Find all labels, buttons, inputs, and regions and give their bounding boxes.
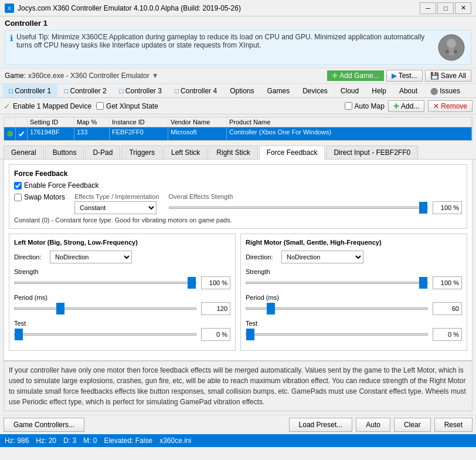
menu-devices[interactable]: Devices <box>296 84 334 97</box>
add-game-button[interactable]: ✚ Add Game... <box>327 70 383 81</box>
toolbar: ✓ Enable 1 Mapped Device Get XInput Stat… <box>0 98 476 114</box>
left-motor-title: Left Motor (Big, Strong, Low-Frequency) <box>14 239 230 246</box>
force-feedback-group: Force Feedback Enable Force Feedback Swa… <box>9 164 467 229</box>
right-strength-row: Strength 100 % <box>246 268 462 289</box>
tab-buttons[interactable]: Buttons <box>45 146 84 159</box>
menu-controller4[interactable]: □ Controller 4 <box>168 84 223 97</box>
controller-title: Controller 1 <box>5 19 471 28</box>
save-all-button[interactable]: 💾 Save All <box>425 70 471 82</box>
clear-button[interactable]: Clear <box>394 418 431 432</box>
status-m: M: 0 <box>83 437 97 445</box>
left-strength-row: Strength 100 % <box>14 268 230 289</box>
tip-text: Useful Tip: Minimize X360CE Application … <box>16 33 433 49</box>
col-product-name: Product Name <box>227 117 472 127</box>
table-row[interactable]: 176194BF 133 FEBF2FF0 Microsoft Controll… <box>4 127 472 140</box>
cell-product-name: Controller (Xbox One For Windows) <box>227 127 472 140</box>
right-strength-value[interactable]: 100 % <box>433 276 462 289</box>
col-map-pct: Map % <box>74 117 110 127</box>
left-period-row: Period (ms) 120 <box>14 294 230 315</box>
overall-slider-row <box>169 201 462 214</box>
swap-col: Swap Motors <box>14 193 65 201</box>
close-button[interactable]: ✕ <box>455 2 471 14</box>
swap-motors-checkbox[interactable]: Swap Motors <box>14 193 65 201</box>
left-period-value[interactable]: 120 <box>201 302 230 315</box>
app-icon: X <box>5 4 14 13</box>
table-header: Setting ID Map % Instance ID Vendor Name… <box>4 117 472 127</box>
enable-ff-checkbox[interactable]: Enable Force Feedback <box>14 181 98 190</box>
status-elevated: Elevated: False <box>104 437 152 445</box>
right-strength-slider[interactable] <box>246 282 428 284</box>
right-period-label: Period (ms) <box>246 294 462 301</box>
game-controllers-button[interactable]: Game Controllers... <box>4 418 84 432</box>
add-button[interactable]: ✚ Add... <box>388 100 424 112</box>
left-strength-label: Strength <box>14 268 230 275</box>
menu-controller3[interactable]: □ Controller 3 <box>113 84 168 97</box>
save-icon: 💾 <box>430 72 439 80</box>
maximize-button[interactable]: □ <box>437 2 454 14</box>
right-dir-select[interactable]: NoDirection <box>281 251 363 263</box>
right-period-slider[interactable] <box>246 307 428 310</box>
effects-type-select[interactable]: Constant Periodic Ramp <box>74 201 157 214</box>
auto-button[interactable]: Auto <box>356 418 390 432</box>
tab-force-feedback[interactable]: Force Feedback <box>259 146 325 160</box>
left-strength-slider-row: 100 % <box>14 276 230 289</box>
menu-about[interactable]: About <box>393 84 424 97</box>
left-test-value[interactable]: 0 % <box>201 328 230 341</box>
menu-options[interactable]: Options <box>223 84 260 97</box>
effects-col: Effects Type / Implementation Constant P… <box>74 193 159 214</box>
overall-slider[interactable] <box>169 207 428 209</box>
device-table: Setting ID Map % Instance ID Vendor Name… <box>4 117 472 141</box>
minimize-button[interactable]: ─ <box>420 2 436 14</box>
tab-right-stick[interactable]: Right Stick <box>209 146 257 159</box>
game-label: Game: <box>5 72 26 80</box>
test-icon: ▶ <box>392 72 397 80</box>
menu-cloud[interactable]: Cloud <box>334 84 365 97</box>
tab-direct-input[interactable]: Direct Input - FEBF2FF0 <box>326 146 418 159</box>
right-period-value[interactable]: 60 <box>433 302 462 315</box>
right-period-row: Period (ms) 60 <box>246 294 462 315</box>
col-vendor-name: Vendor Name <box>168 117 227 127</box>
left-dir-select[interactable]: NoDirection <box>50 251 132 263</box>
right-strength-label: Strength <box>246 268 462 275</box>
info-text: If your controller have only one motor t… <box>9 366 466 406</box>
left-strength-value[interactable]: 100 % <box>201 276 230 289</box>
menu-games[interactable]: Games <box>260 84 296 97</box>
left-period-slider-row: 120 <box>14 302 230 315</box>
right-test-slider[interactable] <box>246 333 428 336</box>
menu-help[interactable]: Help <box>365 84 393 97</box>
get-xinput-checkbox[interactable]: Get XInput State <box>96 102 158 110</box>
controller-header: Controller 1 ℹ Useful Tip: Minimize X360… <box>0 16 476 67</box>
auto-map-checkbox[interactable]: Auto Map <box>345 102 385 110</box>
tab-left-stick[interactable]: Left Stick <box>164 146 208 159</box>
right-test-label: Test <box>246 320 462 327</box>
remove-button[interactable]: ✕ Remove <box>428 100 472 112</box>
add-game-icon: ✚ <box>332 72 338 80</box>
menu-bar: □ Controller 1 □ Controller 2 □ Controll… <box>0 84 476 98</box>
dropdown-icon[interactable]: ▼ <box>152 72 159 80</box>
reset-button[interactable]: Reset <box>434 418 472 432</box>
menu-issues[interactable]: ⬤ Issues <box>424 84 467 97</box>
left-dir-label: Direction: <box>14 253 46 261</box>
overall-value-input[interactable] <box>433 201 462 214</box>
tab-triggers[interactable]: Triggers <box>121 146 162 159</box>
tab-dpad[interactable]: D-Pad <box>85 146 120 159</box>
effects-type-label: Effects Type / Implementation <box>74 193 159 200</box>
menu-controller1[interactable]: □ Controller 1 <box>2 84 57 97</box>
game-bar: Game: x360ce.exe - X360 Controller Emula… <box>0 67 476 84</box>
row-checkbox[interactable] <box>18 130 25 138</box>
enable-mapped-checkbox[interactable]: ✓ Enable 1 Mapped Device <box>4 102 91 111</box>
game-value: x360ce.exe - X360 Controller Emulator <box>28 72 149 80</box>
col-setting-id: Setting ID <box>28 117 74 127</box>
test-button[interactable]: ▶ Test... <box>386 70 423 82</box>
right-motor-box: Right Motor (Small, Gentle, High-Frequen… <box>240 234 467 351</box>
left-strength-slider[interactable] <box>14 282 196 284</box>
menu-controller2[interactable]: □ Controller 2 <box>57 84 113 97</box>
tab-general[interactable]: General <box>4 146 44 159</box>
left-period-slider[interactable] <box>14 307 196 310</box>
left-test-slider[interactable] <box>14 333 196 336</box>
status-ini: x360ce.ini <box>159 437 191 445</box>
right-test-value[interactable]: 0 % <box>433 328 462 341</box>
load-preset-button[interactable]: Load Preset... <box>289 418 353 432</box>
motors-section: Left Motor (Big, Strong, Low-Frequency) … <box>9 234 467 351</box>
cell-setting-id: 176194BF <box>28 127 74 140</box>
